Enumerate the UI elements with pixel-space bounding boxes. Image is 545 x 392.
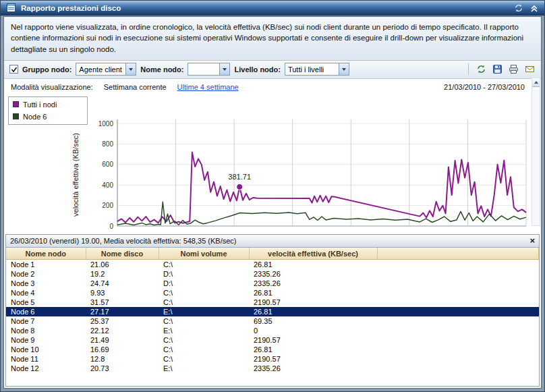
drilldown-table: Nome nodoNome discoNomi volumevelocità e…	[6, 248, 539, 374]
table-cell: 69.35	[249, 316, 377, 326]
node-level-label: Livello nodo:	[234, 65, 280, 74]
table-cell	[377, 345, 539, 354]
table-cell: 26.81	[249, 345, 377, 354]
group-select[interactable]: Agente client	[76, 63, 136, 76]
table-row[interactable]: Node 921.49C:\2190.57	[6, 335, 539, 345]
node-level-select[interactable]: Tutti i livelli	[285, 63, 349, 76]
chevron-down-icon[interactable]	[219, 63, 229, 75]
view-mode-current[interactable]: Settimana corrente	[104, 83, 167, 91]
group-label: Gruppo nodo:	[22, 65, 71, 74]
column-header[interactable]: Nome nodo	[6, 248, 86, 260]
chart-canvas: 02004006008001000381.71	[89, 95, 529, 230]
chart-region: Tutti i nodiNode 6 velocità effettiva (K…	[4, 95, 541, 234]
table-row[interactable]: Node 219.2D:\2335.26	[6, 269, 539, 279]
close-icon[interactable]: ×	[529, 236, 535, 245]
table-cell	[377, 335, 539, 345]
table-cell: C:\	[159, 354, 249, 364]
table-cell: E:\	[159, 326, 249, 335]
table-cell: C:\	[159, 316, 249, 326]
table-cell: 26.81	[249, 288, 377, 298]
table-cell: 16.69	[86, 345, 159, 354]
table-row[interactable]: Node 1220.73E:\2335.26	[6, 364, 539, 373]
table-row[interactable]: Node 324.74D:\2335.26	[6, 279, 539, 288]
refresh-icon[interactable]	[475, 63, 487, 76]
table-cell: Node 8	[6, 326, 86, 335]
table-row[interactable]: Node 531.57C:\2190.57	[6, 298, 539, 307]
table-row[interactable]: Node 822.12E:\0	[6, 326, 539, 335]
svg-text:400: 400	[102, 181, 113, 189]
node-name-input[interactable]	[188, 64, 219, 74]
table-cell: 12.8	[86, 354, 159, 364]
print-icon[interactable]	[507, 63, 519, 76]
table-cell: Node 7	[6, 316, 86, 326]
table-cell: C:\	[159, 335, 249, 345]
table-cell	[377, 288, 539, 298]
table-cell: E:\	[159, 364, 249, 373]
legend-label: Tutti i nodi	[23, 101, 57, 109]
table-cell: 20.73	[86, 364, 159, 373]
table-cell: Node 10	[6, 345, 86, 354]
table-cell: Node 3	[6, 279, 86, 288]
table-cell: 2335.26	[249, 279, 377, 288]
column-header[interactable]: Nomi volume	[159, 248, 249, 260]
table-row[interactable]: Node 725.37C:\69.35	[6, 316, 539, 326]
chevron-down-icon[interactable]	[125, 63, 136, 75]
table-cell: 31.57	[86, 298, 159, 307]
save-icon[interactable]	[491, 63, 503, 76]
table-row[interactable]: Node 627.17E:\26.81	[6, 307, 539, 316]
legend-swatch	[13, 113, 19, 119]
table-cell: Node 5	[6, 298, 86, 307]
table-header-row: Nome nodoNome discoNomi volumevelocità e…	[6, 248, 539, 260]
filter-toolbar: Gruppo nodo: Agente client Nome nodo: Li…	[4, 61, 541, 79]
view-mode-label: Modalità visualizzazione:	[11, 83, 93, 91]
chevron-down-icon[interactable]	[339, 63, 349, 75]
node-name-combo	[188, 63, 230, 76]
table-cell: 24.74	[86, 279, 159, 288]
view-mode-row: Modalità visualizzazione: Settimana corr…	[4, 79, 541, 95]
scroll-up-icon[interactable]	[532, 78, 540, 87]
table-cell	[377, 364, 539, 373]
table-cell: 2190.57	[249, 298, 377, 307]
refresh-icon[interactable]	[513, 3, 524, 13]
table-cell: Node 9	[6, 335, 86, 345]
legend-label: Node 6	[23, 113, 47, 121]
svg-text:800: 800	[102, 140, 113, 148]
table-cell: D:\	[159, 269, 249, 279]
report-icon	[5, 3, 17, 13]
report-description: Nel rapporto viene visualizzata, in ordi…	[4, 17, 541, 61]
column-header[interactable]: Nome disco	[86, 248, 159, 260]
table-cell: C:\	[159, 298, 249, 307]
table-row[interactable]: Node 1016.69C:\26.81	[6, 345, 539, 354]
table-cell: Node 4	[6, 288, 86, 298]
table-row[interactable]: Node 49.93C:\26.81	[6, 288, 539, 298]
drilldown-table-wrap: Nome nodoNome discoNomi volumevelocità e…	[6, 248, 539, 386]
table-row[interactable]: Node 1112.8C:\2190.57	[6, 354, 539, 364]
vertical-scrollbar[interactable]	[532, 78, 540, 226]
report-window: Rapporto prestazioni disco Nel rapporto …	[0, 0, 545, 392]
window-titlebar: Rapporto prestazioni disco	[1, 1, 544, 16]
report-actions	[466, 63, 536, 76]
drilldown-header: 26/03/2010 (venerdì) 19.00, Media veloci…	[6, 235, 539, 248]
svg-text:0: 0	[109, 222, 113, 229]
table-cell	[377, 260, 539, 270]
svg-text:1000: 1000	[98, 119, 114, 127]
toolbar-separator	[468, 63, 469, 75]
table-cell: E:\	[159, 307, 249, 316]
date-range: 21/03/2010 - 27/03/2010	[444, 83, 534, 91]
table-row[interactable]: Node 121.06C:\26.81	[6, 260, 539, 270]
table-cell	[377, 326, 539, 335]
svg-text:381.71: 381.71	[228, 173, 251, 181]
table-cell: 2335.26	[249, 269, 377, 279]
table-cell: D:\	[159, 279, 249, 288]
group-checkbox[interactable]	[9, 65, 18, 74]
table-cell: Node 12	[6, 364, 86, 373]
email-icon[interactable]	[523, 63, 536, 76]
last-4-weeks-link[interactable]: Ultime 4 settimane	[177, 83, 239, 91]
table-cell	[377, 307, 539, 316]
table-cell	[377, 279, 539, 288]
table-cell: 0	[249, 326, 377, 335]
collapse-icon[interactable]	[528, 3, 540, 13]
table-cell: 2190.57	[249, 354, 377, 364]
column-header[interactable]: velocità effettiva (KB/sec)	[249, 248, 377, 260]
table-cell: Node 2	[6, 269, 86, 279]
